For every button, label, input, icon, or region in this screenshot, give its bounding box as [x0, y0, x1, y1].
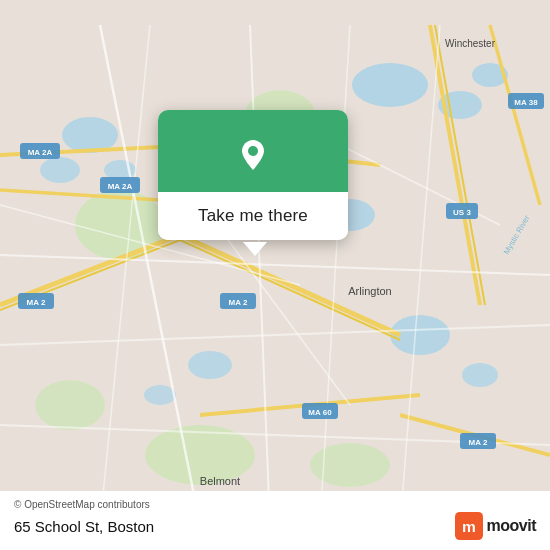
- svg-point-16: [35, 380, 105, 430]
- svg-text:MA 60: MA 60: [308, 408, 332, 417]
- svg-text:MA 38: MA 38: [514, 98, 538, 107]
- svg-text:m: m: [462, 518, 476, 535]
- svg-point-1: [352, 63, 428, 107]
- bottom-bar: © OpenStreetMap contributors 65 School S…: [0, 491, 550, 550]
- moovit-brand-text: moovit: [487, 517, 536, 535]
- svg-point-9: [462, 363, 498, 387]
- svg-text:MA 2: MA 2: [229, 298, 248, 307]
- svg-text:Arlington: Arlington: [348, 285, 391, 297]
- svg-text:Belmont: Belmont: [200, 475, 240, 487]
- svg-point-5: [40, 157, 80, 183]
- svg-text:MA 2: MA 2: [469, 438, 488, 447]
- map-background: MA 2A MA 2A MA 2 MA 2 US 3 MA 38 MA 60 M…: [0, 0, 550, 550]
- moovit-logo-icon: m: [455, 512, 483, 540]
- svg-text:MA 2: MA 2: [27, 298, 46, 307]
- take-me-there-button[interactable]: Take me there: [158, 192, 348, 240]
- address-row: 65 School St, Boston m moovit: [14, 512, 536, 540]
- svg-text:US 3: US 3: [453, 208, 471, 217]
- svg-point-11: [144, 385, 176, 405]
- svg-text:Winchester: Winchester: [445, 38, 496, 49]
- svg-text:MA 2A: MA 2A: [28, 148, 53, 157]
- popup-header: [158, 110, 348, 192]
- svg-point-61: [248, 146, 258, 156]
- map-container: MA 2A MA 2A MA 2 MA 2 US 3 MA 38 MA 60 M…: [0, 0, 550, 550]
- attribution-text: © OpenStreetMap contributors: [14, 499, 536, 510]
- address-label: 65 School St, Boston: [14, 518, 154, 535]
- popup-pointer: [243, 242, 267, 256]
- svg-point-10: [188, 351, 232, 379]
- popup-card: Take me there: [158, 110, 348, 240]
- svg-text:MA 2A: MA 2A: [108, 182, 133, 191]
- location-pin-icon: [231, 132, 275, 176]
- moovit-logo: m moovit: [455, 512, 536, 540]
